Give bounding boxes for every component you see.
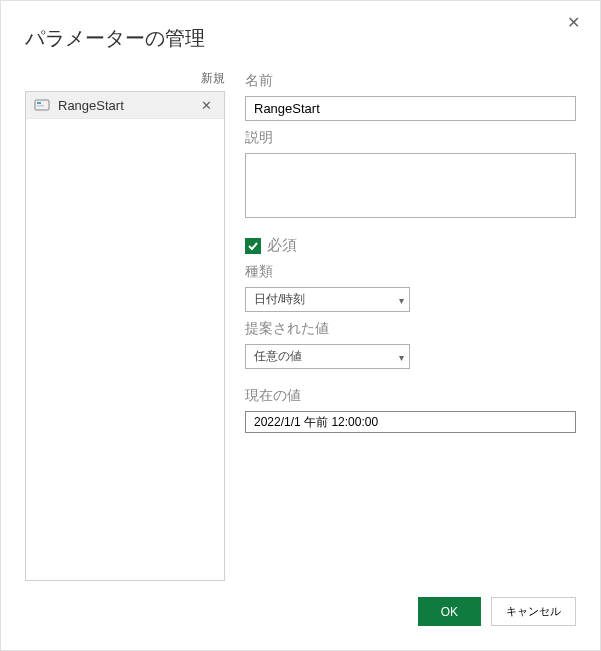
description-input[interactable] [245, 153, 576, 218]
parameter-item[interactable]: RangeStart ✕ [26, 92, 224, 119]
left-panel: 新規 RangeStart ✕ [25, 70, 225, 581]
required-label: 必須 [267, 236, 297, 255]
svg-rect-2 [37, 105, 44, 107]
type-select-wrap: 日付/時刻 ▾ [245, 287, 410, 312]
delete-parameter-button[interactable]: ✕ [197, 98, 216, 113]
new-parameter-link[interactable]: 新規 [25, 70, 225, 87]
cancel-button[interactable]: キャンセル [491, 597, 576, 626]
current-value-label: 現在の値 [245, 387, 576, 405]
description-label: 説明 [245, 129, 576, 147]
suggested-select[interactable]: 任意の値 [245, 344, 410, 369]
parameter-icon [34, 97, 50, 113]
current-value-input[interactable] [245, 411, 576, 433]
parameter-name: RangeStart [58, 98, 197, 113]
svg-rect-1 [37, 102, 41, 104]
suggested-label: 提案された値 [245, 320, 576, 338]
required-row: 必須 [245, 236, 576, 255]
checkmark-icon [247, 240, 259, 252]
suggested-select-wrap: 任意の値 ▾ [245, 344, 410, 369]
dialog-footer: OK キャンセル [25, 597, 576, 630]
close-button[interactable]: ✕ [559, 9, 588, 36]
type-select[interactable]: 日付/時刻 [245, 287, 410, 312]
parameter-list: RangeStart ✕ [25, 91, 225, 581]
dialog-content: 新規 RangeStart ✕ [25, 70, 576, 581]
name-label: 名前 [245, 72, 576, 90]
manage-parameters-dialog: ✕ パラメーターの管理 新規 RangeStart ✕ [1, 1, 600, 650]
required-checkbox[interactable] [245, 238, 261, 254]
ok-button[interactable]: OK [418, 597, 481, 626]
name-input[interactable] [245, 96, 576, 121]
close-icon: ✕ [567, 14, 580, 31]
dialog-title: パラメーターの管理 [25, 25, 576, 52]
close-icon: ✕ [201, 98, 212, 113]
type-label: 種類 [245, 263, 576, 281]
right-panel: 名前 説明 必須 種類 日付/時刻 ▾ 提案された値 任意の値 ▾ [245, 70, 576, 581]
